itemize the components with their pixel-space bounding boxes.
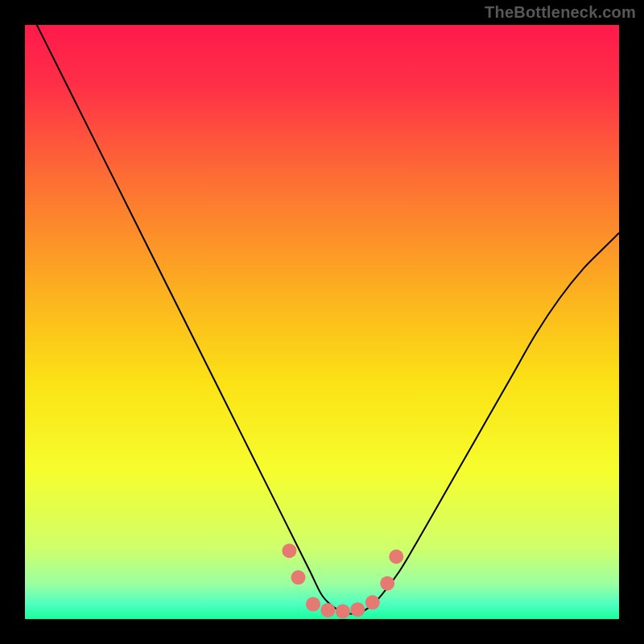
highlight-dot xyxy=(365,595,380,609)
highlight-dot xyxy=(291,570,305,584)
highlight-dot xyxy=(306,597,320,612)
highlight-dot xyxy=(389,550,403,564)
highlight-dot xyxy=(350,602,365,617)
highlight-dot xyxy=(336,604,350,618)
bottleneck-chart xyxy=(25,25,619,619)
highlight-dot xyxy=(380,576,394,591)
chart-frame: TheBottleneck.com xyxy=(0,0,644,644)
highlight-dot xyxy=(320,603,335,617)
plot-background xyxy=(25,25,619,619)
highlight-dot xyxy=(282,543,296,558)
attribution-text: TheBottleneck.com xyxy=(485,3,636,22)
